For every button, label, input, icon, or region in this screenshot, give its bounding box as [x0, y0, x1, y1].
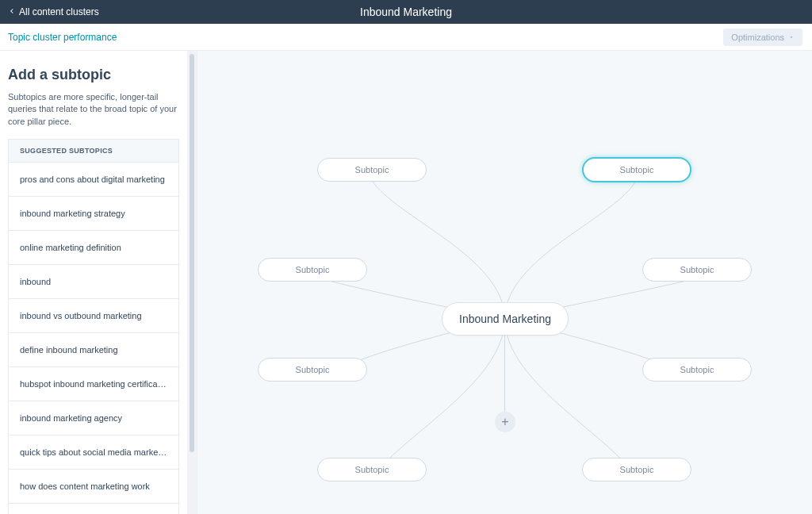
suggested-subtopic[interactable]: online marketing definition — [8, 231, 179, 265]
subtopic-node[interactable]: Subtopic — [258, 258, 367, 282]
caret-down-icon — [788, 33, 795, 42]
sidebar-scrollbar[interactable] — [187, 51, 197, 514]
suggested-subtopic[interactable]: inbound marketing agency — [8, 401, 179, 435]
sidebar: Add a subtopic Subtopics are more specif… — [0, 51, 197, 514]
sidebar-heading: Add a subtopic — [8, 67, 179, 83]
suggested-subtopics-header: SUGGESTED SUBTOPICS — [8, 139, 179, 163]
suggested-subtopic[interactable]: inbound marketing strategy — [8, 197, 179, 231]
subtopic-node-selected[interactable]: Subtopic — [582, 157, 691, 182]
chevron-left-icon — [8, 6, 19, 17]
back-to-clusters-link[interactable]: All content clusters — [0, 6, 99, 17]
suggested-subtopic[interactable]: inbound vs outbound marketing — [8, 299, 179, 333]
sub-header: Topic cluster performance Optimizations — [0, 24, 812, 51]
suggested-subtopic[interactable]: define inbound marketing — [8, 333, 179, 367]
topic-canvas[interactable]: Inbound Marketing Subtopic Subtopic Subt… — [197, 51, 812, 514]
subtopic-node[interactable]: Subtopic — [642, 258, 752, 282]
add-subtopic-button[interactable]: + — [495, 412, 515, 432]
topic-cluster-performance-link[interactable]: Topic cluster performance — [8, 32, 117, 43]
plus-icon: + — [501, 415, 508, 429]
scrollbar-thumb[interactable] — [190, 54, 194, 452]
subtopic-node[interactable]: Subtopic — [317, 458, 427, 481]
suggested-subtopic[interactable]: inbound — [8, 265, 179, 299]
suggested-subtopic[interactable]: how does content marketing work — [8, 470, 179, 504]
suggested-subtopic[interactable]: quick tips about social media marketing — [8, 435, 179, 470]
subtopic-node[interactable]: Subtopic — [582, 458, 691, 481]
connector-lines — [197, 51, 812, 514]
optimizations-dropdown[interactable]: Optimizations — [723, 29, 802, 46]
app-header: All content clusters Inbound Marketing — [0, 0, 812, 24]
subtopic-node[interactable]: Subtopic — [258, 358, 367, 382]
pillar-topic-node[interactable]: Inbound Marketing — [442, 302, 569, 336]
sidebar-description: Subtopics are more specific, longer-tail… — [8, 91, 179, 128]
suggested-subtopic[interactable]: pros and cons about digital marketing — [8, 163, 179, 197]
page-title: Inbound Marketing — [360, 6, 452, 18]
suggested-subtopic[interactable]: lead generation — [8, 504, 179, 514]
back-label: All content clusters — [19, 6, 99, 17]
main-area: Add a subtopic Subtopics are more specif… — [0, 51, 812, 514]
subtopic-node[interactable]: Subtopic — [317, 158, 427, 182]
subtopic-node[interactable]: Subtopic — [642, 358, 752, 382]
suggested-subtopic[interactable]: hubspot inbound marketing certification … — [8, 367, 179, 401]
optimizations-label: Optimizations — [731, 33, 784, 42]
